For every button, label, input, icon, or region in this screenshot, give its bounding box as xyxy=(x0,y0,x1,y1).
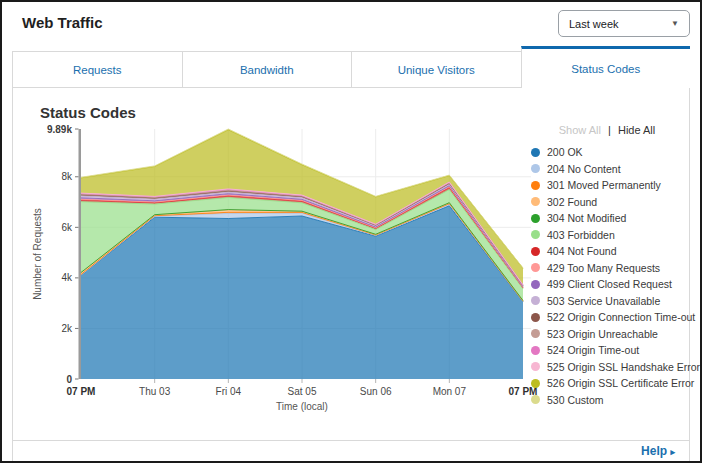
svg-text:8k: 8k xyxy=(61,171,73,182)
svg-text:Number of Requests: Number of Requests xyxy=(32,208,43,300)
show-all-button[interactable]: Show All xyxy=(559,124,601,136)
legend-label: 404 Not Found xyxy=(547,245,616,257)
legend-dot-icon xyxy=(531,214,540,223)
legend-dot-icon xyxy=(531,296,540,305)
legend-dot-icon xyxy=(531,197,540,206)
legend-dot-icon xyxy=(531,313,540,322)
legend-dot-icon xyxy=(531,181,540,190)
legend-item-530-custom[interactable]: 530 Custom xyxy=(531,392,683,409)
panel-footer: Help ▸ xyxy=(13,440,689,461)
tab-bandwidth[interactable]: Bandwidth xyxy=(182,51,353,88)
legend-item-526-origin-ssl-certificate-error[interactable]: 526 Origin SSL Certificate Error xyxy=(531,375,683,392)
svg-text:6k: 6k xyxy=(61,222,73,233)
help-arrow-icon: ▸ xyxy=(670,447,675,457)
legend-label: 429 Too Many Requests xyxy=(547,262,660,274)
legend-dot-icon xyxy=(531,247,540,256)
tab-status-codes[interactable]: Status Codes xyxy=(521,46,691,88)
chevron-down-icon: ▼ xyxy=(671,19,679,28)
legend-separator: | xyxy=(608,124,611,136)
legend-dot-icon xyxy=(531,148,540,157)
status-codes-panel: Status Codes 02k4k6k8k9.89k07 PMThu 03Fr… xyxy=(12,88,690,461)
legend-item-522-origin-connection-time-out[interactable]: 522 Origin Connection Time-out xyxy=(531,309,683,326)
svg-text:4k: 4k xyxy=(61,272,73,283)
hide-all-button[interactable]: Hide All xyxy=(618,124,655,136)
tab-bar: RequestsBandwidthUnique VisitorsStatus C… xyxy=(12,46,690,88)
time-range-value: Last week xyxy=(569,18,671,30)
legend-item-524-origin-time-out[interactable]: 524 Origin Time-out xyxy=(531,342,683,359)
legend-item-503-service-unavailable[interactable]: 503 Service Unavailable xyxy=(531,293,683,310)
svg-text:9.89k: 9.89k xyxy=(47,124,72,135)
legend-label: 301 Moved Permanently xyxy=(547,179,661,191)
legend-label: 403 Forbidden xyxy=(547,229,615,241)
legend-item-301-moved-permanently[interactable]: 301 Moved Permanently xyxy=(531,177,683,194)
legend-label: 200 OK xyxy=(547,146,583,158)
status-codes-chart: 02k4k6k8k9.89k07 PMThu 03Fri 04Sat 05Sun… xyxy=(31,118,556,418)
legend-label: 304 Not Modified xyxy=(547,212,626,224)
svg-text:Mon 07: Mon 07 xyxy=(433,386,467,397)
legend-label: 524 Origin Time-out xyxy=(547,344,639,356)
legend-label: 526 Origin SSL Certificate Error xyxy=(547,377,694,389)
legend-dot-icon xyxy=(531,230,540,239)
legend-item-404-not-found[interactable]: 404 Not Found xyxy=(531,243,683,260)
help-link[interactable]: Help ▸ xyxy=(641,444,675,458)
legend-label: 302 Found xyxy=(547,196,597,208)
legend-dot-icon xyxy=(531,379,540,388)
legend-item-304-not-modified[interactable]: 304 Not Modified xyxy=(531,210,683,227)
legend-controls: Show All | Hide All xyxy=(531,124,683,136)
svg-text:Sat 05: Sat 05 xyxy=(288,386,317,397)
legend-dot-icon xyxy=(531,346,540,355)
time-range-select[interactable]: Last week ▼ xyxy=(558,10,690,37)
help-label: Help xyxy=(641,444,667,458)
legend-item-525-origin-ssl-handshake-error[interactable]: 525 Origin SSL Handshake Error xyxy=(531,359,683,376)
legend-label: 530 Custom xyxy=(547,394,604,406)
svg-text:Sun 06: Sun 06 xyxy=(360,386,392,397)
legend-label: 503 Service Unavailable xyxy=(547,295,660,307)
legend-item-204-no-content[interactable]: 204 No Content xyxy=(531,161,683,178)
svg-text:2k: 2k xyxy=(61,323,73,334)
legend-item-302-found[interactable]: 302 Found xyxy=(531,194,683,211)
legend-dot-icon xyxy=(531,263,540,272)
legend-label: 204 No Content xyxy=(547,163,621,175)
legend-item-429-too-many-requests[interactable]: 429 Too Many Requests xyxy=(531,260,683,277)
web-traffic-widget: Web Traffic Last week ▼ RequestsBandwidt… xyxy=(0,0,702,463)
legend-dot-icon xyxy=(531,164,540,173)
legend-label: 523 Origin Unreachable xyxy=(547,328,658,340)
legend-item-403-forbidden[interactable]: 403 Forbidden xyxy=(531,227,683,244)
widget-title: Web Traffic xyxy=(22,14,103,31)
svg-text:Thu 03: Thu 03 xyxy=(139,386,171,397)
chart-section: Status Codes 02k4k6k8k9.89k07 PMThu 03Fr… xyxy=(13,88,689,440)
tab-unique-visitors[interactable]: Unique Visitors xyxy=(351,51,522,88)
widget-header: Web Traffic Last week ▼ xyxy=(2,2,700,46)
chart-legend: Show All | Hide All 200 OK204 No Content… xyxy=(531,124,683,408)
legend-dot-icon xyxy=(531,395,540,404)
legend-item-200-ok[interactable]: 200 OK xyxy=(531,144,683,161)
legend-dot-icon xyxy=(531,329,540,338)
legend-dot-icon xyxy=(531,362,540,371)
legend-label: 522 Origin Connection Time-out xyxy=(547,311,695,323)
svg-text:0: 0 xyxy=(66,374,72,385)
legend-dot-icon xyxy=(531,280,540,289)
legend-item-523-origin-unreachable[interactable]: 523 Origin Unreachable xyxy=(531,326,683,343)
legend-label: 525 Origin SSL Handshake Error xyxy=(547,361,700,373)
legend-label: 499 Client Closed Request xyxy=(547,278,672,290)
tab-requests[interactable]: Requests xyxy=(12,51,183,88)
svg-text:07 PM: 07 PM xyxy=(67,386,96,397)
svg-text:Fri 04: Fri 04 xyxy=(216,386,242,397)
legend-item-499-client-closed-request[interactable]: 499 Client Closed Request xyxy=(531,276,683,293)
svg-text:Time (local): Time (local) xyxy=(276,401,328,412)
legend-items: 200 OK204 No Content301 Moved Permanentl… xyxy=(531,144,683,408)
